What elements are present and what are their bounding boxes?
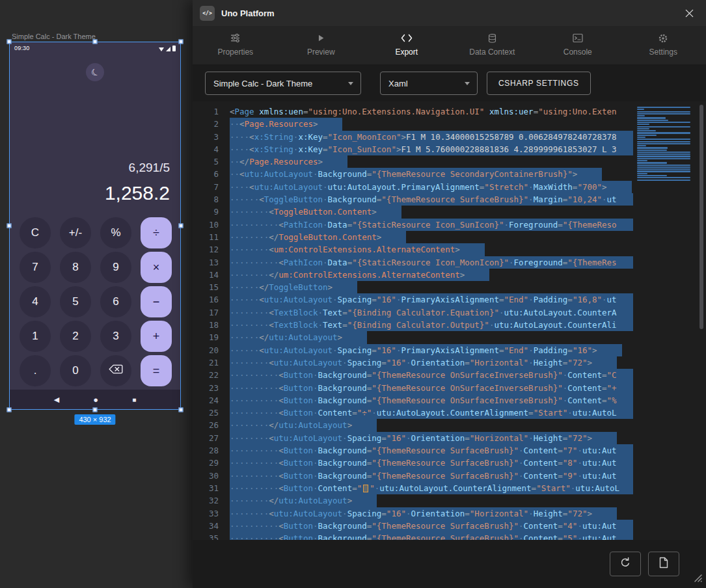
calc-button-nine[interactable]: 9 xyxy=(100,252,131,283)
calc-button-percent[interactable]: % xyxy=(100,217,131,248)
calc-button-equals[interactable]: = xyxy=(141,355,172,386)
resize-handle-top-center[interactable] xyxy=(93,40,98,44)
calc-button-backspace[interactable] xyxy=(100,355,131,386)
tab-export[interactable]: Export xyxy=(364,26,450,64)
calc-button-divide[interactable]: ÷ xyxy=(141,217,172,248)
calc-button-decimal[interactable]: . xyxy=(20,355,51,386)
resize-handle-top-right[interactable] xyxy=(179,40,183,44)
tab-properties[interactable]: Properties xyxy=(193,26,278,64)
code-line[interactable]: 7····<utu:AutoLayout·utu:AutoLayout.Prim… xyxy=(193,181,633,193)
code-editor[interactable]: 1<Page xmlns:uen="using:Uno.Extensions.N… xyxy=(193,101,706,540)
code-line[interactable]: 6··<utu:AutoLayout·Background="{ThemeRes… xyxy=(193,168,633,180)
calc-button-seven[interactable]: 7 xyxy=(20,252,51,283)
minimap-line xyxy=(637,155,690,157)
code-line-text: ········<ToggleButton.Content> xyxy=(230,206,401,218)
calc-button-clear[interactable]: C xyxy=(20,217,51,248)
minimap-line xyxy=(637,154,690,155)
editor-scrollbar[interactable] xyxy=(698,105,704,537)
line-number: 33 xyxy=(193,507,219,520)
artboard-label[interactable]: Simple Calc - Dark Theme xyxy=(12,33,96,40)
minimap-line xyxy=(637,141,690,142)
calc-button-multiply[interactable]: × xyxy=(141,252,172,283)
code-line[interactable]: 18········<TextBlock·Text="{Binding Calc… xyxy=(193,319,633,331)
code-line[interactable]: 32········</utu:AutoLayout> xyxy=(193,494,633,507)
code-line[interactable]: 3····<x:String·x:Key="Icon_MoonIcon">F1 … xyxy=(193,131,633,143)
code-line[interactable]: 22··········<Button·Background="{ThemeRe… xyxy=(193,369,633,381)
code-line[interactable]: 21········<utu:AutoLayout·Spacing="16"·O… xyxy=(193,356,633,369)
code-line[interactable]: 12········<um:ControlExtensions.Alternat… xyxy=(193,243,633,256)
minimap[interactable] xyxy=(637,107,690,181)
code-line[interactable]: 4····<x:String·x:Key="Icon_SunIcon">F1 M… xyxy=(193,143,633,155)
page-select[interactable]: Simple Calc - Dark Theme xyxy=(205,72,361,95)
resize-handle-mid-right[interactable] xyxy=(179,224,183,228)
resize-handle-bottom-right[interactable] xyxy=(179,408,183,412)
code-line[interactable]: 15······</ToggleButton> xyxy=(193,281,633,293)
code-line[interactable]: 5··</Page.Resources> xyxy=(193,155,633,168)
panel-titlebar[interactable]: </> Uno Platform xyxy=(193,0,706,26)
code-line[interactable]: 14········</um:ControlExtensions.Alterna… xyxy=(193,269,633,281)
code-line[interactable]: 33········<utu:AutoLayout·Spacing="16"·O… xyxy=(193,507,633,520)
resize-handle-bottom-left[interactable] xyxy=(7,408,12,412)
calc-button-five[interactable]: 5 xyxy=(60,286,91,317)
line-number: 9 xyxy=(193,206,219,218)
code-lines: 1<Page xmlns:uen="using:Uno.Extensions.N… xyxy=(193,101,633,540)
code-line[interactable]: 35··········<Button·Background="{ThemeRe… xyxy=(193,532,633,540)
line-number: 18 xyxy=(193,319,219,331)
phone-screen[interactable]: 09:30 ☾ 6,291/5 1,258.2 C+/-%÷789×456−12… xyxy=(9,42,181,410)
calc-button-minus[interactable]: − xyxy=(141,286,172,317)
resize-handle-mid-left[interactable] xyxy=(7,224,12,228)
code-line-text: ········<um:ControlExtensions.AlternateC… xyxy=(230,243,485,256)
theme-toggle-button[interactable]: ☾ xyxy=(86,63,104,81)
minimap-line xyxy=(637,158,690,159)
code-line[interactable]: 25··········<Button·Content="÷"·utu:Auto… xyxy=(193,407,633,419)
code-line[interactable]: 27········<utu:AutoLayout·Spacing="16"·O… xyxy=(193,432,633,444)
code-line[interactable]: 11········</ToggleButton.Content> xyxy=(193,231,633,243)
calc-button-two[interactable]: 2 xyxy=(60,321,91,352)
phone-artboard[interactable]: 09:30 ☾ 6,291/5 1,258.2 C+/-%÷789×456−12… xyxy=(9,42,181,410)
code-line[interactable]: 24··········<Button·Background="{ThemeRe… xyxy=(193,394,633,407)
code-line[interactable]: 10··········<PathIcon·Data="{StaticResou… xyxy=(193,219,633,231)
tab-data-context[interactable]: Data Context xyxy=(450,26,536,64)
calc-button-four[interactable]: 4 xyxy=(20,286,51,317)
scrollbar-thumb[interactable] xyxy=(699,105,703,329)
code-line[interactable]: 34··········<Button·Background="{ThemeRe… xyxy=(193,520,633,532)
resize-handle-bottom-center[interactable] xyxy=(93,408,98,412)
refresh-button[interactable] xyxy=(610,552,641,576)
calc-button-three[interactable]: 3 xyxy=(100,321,131,352)
tab-settings[interactable]: Settings xyxy=(621,26,706,64)
code-line[interactable]: 17········<TextBlock·Text="{Binding Calc… xyxy=(193,306,633,319)
code-line[interactable]: 19······</utu:AutoLayout> xyxy=(193,331,633,343)
calc-button-eight[interactable]: 8 xyxy=(60,252,91,283)
code-line[interactable]: 2··<Page.Resources> xyxy=(193,118,633,130)
code-line[interactable]: 30··········<Button·Background="{ThemeRe… xyxy=(193,470,633,482)
code-line[interactable]: 1<Page xmlns:uen="using:Uno.Extensions.N… xyxy=(193,105,633,118)
tab-preview[interactable]: Preview xyxy=(278,26,364,64)
code-line[interactable]: 23··········<Button·Background="{ThemeRe… xyxy=(193,382,633,394)
resize-grip[interactable] xyxy=(690,570,703,585)
code-line[interactable]: 26········</utu:AutoLayout> xyxy=(193,419,633,431)
code-line[interactable]: 31··········<Button·Content=""·utu:AutoL… xyxy=(193,482,633,494)
tab-console[interactable]: Console xyxy=(535,26,621,64)
nav-home-icon[interactable]: ● xyxy=(93,395,98,405)
resize-handle-top-left[interactable] xyxy=(7,40,12,44)
calc-button-six[interactable]: 6 xyxy=(100,286,131,317)
code-line[interactable]: 28··········<Button·Background="{ThemeRe… xyxy=(193,444,633,457)
export-file-button[interactable] xyxy=(648,552,679,576)
nav-recents-icon[interactable]: ■ xyxy=(132,396,136,403)
refresh-icon xyxy=(619,557,631,571)
code-line[interactable]: 8······<ToggleButton·Background="{ThemeR… xyxy=(193,193,633,206)
code-line[interactable]: 13··········<PathIcon·Data="{StaticResou… xyxy=(193,256,633,269)
format-select[interactable]: Xaml xyxy=(380,72,478,95)
code-line[interactable]: 20······<utu:AutoLayout·Spacing="16"·Pri… xyxy=(193,344,633,356)
calc-button-plus-minus[interactable]: +/- xyxy=(60,217,91,248)
close-icon[interactable] xyxy=(685,8,694,18)
code-line[interactable]: 16······<utu:AutoLayout·Spacing="16"·Pri… xyxy=(193,293,633,306)
tab-label: Export xyxy=(395,47,418,57)
calc-button-plus[interactable]: + xyxy=(141,321,172,352)
calc-button-zero[interactable]: 0 xyxy=(60,355,91,386)
code-line[interactable]: 29··········<Button·Background="{ThemeRe… xyxy=(193,457,633,469)
csharp-settings-button[interactable]: CSHARP SETTINGS xyxy=(487,72,591,95)
code-line[interactable]: 9········<ToggleButton.Content> xyxy=(193,206,633,218)
nav-back-icon[interactable]: ◀ xyxy=(54,395,59,404)
calc-button-one[interactable]: 1 xyxy=(20,321,51,352)
